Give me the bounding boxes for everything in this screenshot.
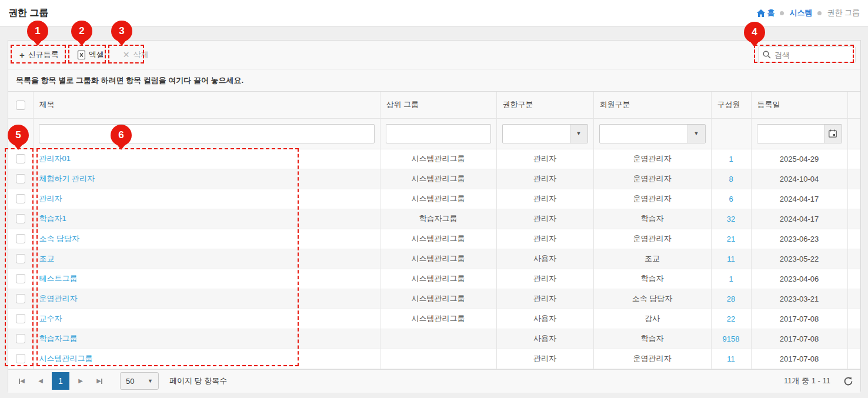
row-checkbox[interactable] [16,314,25,323]
reg-date-cell: 2025-04-29 [751,149,847,169]
breadcrumb-item-current: 권한 그룹 [827,8,860,18]
new-register-button[interactable]: + 신규등록 [13,46,65,63]
member-count-link[interactable]: 21 [727,235,735,243]
group-title-link[interactable]: 체험하기 관리자 [39,174,95,183]
perm-type-cell: 사용자 [496,329,593,349]
perm-type-cell: 관리자 [496,169,593,189]
group-title-link[interactable]: 시스템관리그룹 [39,354,93,363]
group-title-link[interactable]: 테스트그룹 [39,274,78,283]
member-type-cell: 강사 [593,309,711,329]
column-header-date[interactable]: 등록일 [751,92,847,118]
column-header-count[interactable]: 구성원 [711,92,751,118]
member-count-link[interactable]: 11 [727,255,735,263]
prev-page-button[interactable]: ◀ [33,373,48,389]
table-row: 소속 담당자 시스템관리그룹 관리자 운영관리자 21 2023-06-23 [8,229,860,249]
perm-filter-dropdown[interactable]: ▼ [502,124,588,143]
breadcrumb-item-system[interactable]: 시스템 [789,8,812,18]
member-count-link[interactable]: 32 [727,215,735,223]
row-checkbox[interactable] [16,274,25,283]
row-checkbox[interactable] [16,254,25,263]
table-row: 학습자1 학습자그룹 관리자 학습자 32 2024-04-17 [8,209,860,229]
group-title-link[interactable]: 조교 [39,254,55,263]
breadcrumb-separator-icon [780,11,784,15]
calendar-icon[interactable] [824,125,842,143]
date-filter-input[interactable] [757,125,824,143]
member-type-cell: 학습자 [593,269,711,289]
member-count-link[interactable]: 11 [727,354,735,363]
parent-group-cell: 시스템관리그룹 [380,169,496,189]
grid-toolbar: + 신규등록 엑셀 ✕ 삭제 [8,41,860,69]
group-title-link[interactable]: 소속 담당자 [39,234,80,243]
reg-date-cell: 2017-07-08 [751,329,847,349]
column-header-member[interactable]: 회원구분 [593,92,711,118]
parent-group-cell: 시스템관리그룹 [380,189,496,209]
member-type-cell: 학습자 [593,329,711,349]
group-title-link[interactable]: 교수자 [39,314,62,323]
group-title-link[interactable]: 관리자01 [39,154,71,163]
row-checkbox[interactable] [16,194,25,203]
reg-date-cell: 2024-10-04 [751,169,847,189]
perm-type-cell: 관리자 [496,149,593,169]
title-filter-input[interactable] [39,124,375,143]
breadcrumb: 홈 시스템 권한 그룹 [757,8,860,18]
excel-export-button[interactable]: 엑셀 [71,46,111,63]
delete-button[interactable]: ✕ 삭제 [116,46,155,63]
row-checkbox[interactable] [16,154,25,163]
table-row: 시스템관리그룹 관리자 운영관리자 11 2017-07-08 [8,349,860,369]
scrollbar-gutter [847,189,860,209]
breadcrumb-home-link[interactable]: 홈 [757,8,774,18]
group-title-link[interactable]: 학습자그룹 [39,334,78,343]
member-count-link[interactable]: 28 [727,295,735,303]
scrollbar-gutter [847,269,860,289]
reg-date-cell: 2017-07-08 [751,349,847,369]
permission-group-table: 제목 상위 그룹 권한구분 회원구분 구성원 등록일 ▼ [8,92,860,369]
column-header-parent[interactable]: 상위 그룹 [380,92,496,118]
member-count-link[interactable]: 22 [727,315,735,323]
perm-type-cell: 관리자 [496,209,593,229]
member-type-cell: 운영관리자 [593,169,711,189]
group-title-link[interactable]: 관리자 [39,194,62,203]
caret-down-icon: ▼ [570,125,587,143]
row-checkbox[interactable] [16,294,25,303]
table-row: 체험하기 관리자 시스템관리그룹 관리자 운영관리자 8 2024-10-04 [8,169,860,189]
column-header-perm[interactable]: 권한구분 [496,92,593,118]
row-checkbox[interactable] [16,174,25,183]
parent-group-filter-input[interactable] [386,124,491,143]
table-body: 관리자01 시스템관리그룹 관리자 운영관리자 1 2025-04-29 체험하… [8,149,860,369]
parent-group-cell: 시스템관리그룹 [380,309,496,329]
page-1-button[interactable]: 1 [52,372,69,390]
group-title-link[interactable]: 학습자1 [39,214,66,223]
scrollbar-gutter [847,249,860,269]
search-input[interactable] [774,51,851,59]
perm-type-cell: 사용자 [496,309,593,329]
search-box [758,46,856,63]
scrollbar-gutter [847,92,860,118]
excel-file-icon [78,51,85,59]
row-checkbox[interactable] [16,214,25,223]
group-by-drop-area[interactable]: 목록을 항목 별로 그룹화 하려면 항목 컬럼을 여기다 끌어 놓으세요. [8,69,860,92]
next-page-button[interactable]: ▶ [73,373,88,389]
row-checkbox[interactable] [16,334,25,343]
reg-date-cell: 2024-04-17 [751,189,847,209]
perm-type-cell: 관리자 [496,269,593,289]
row-checkbox[interactable] [16,234,25,243]
refresh-button[interactable] [842,375,854,387]
member-count-link[interactable]: 1 [729,275,733,283]
group-title-link[interactable]: 운영관리자 [39,294,78,303]
table-row: 관리자01 시스템관리그룹 관리자 운영관리자 1 2025-04-29 [8,149,860,169]
reg-date-cell: 2024-04-17 [751,209,847,229]
row-checkbox[interactable] [16,354,25,363]
member-count-link[interactable]: 1 [729,155,733,163]
member-filter-dropdown[interactable]: ▼ [599,124,706,143]
column-header-title[interactable]: 제목 [33,92,380,118]
select-all-checkbox[interactable] [16,101,25,110]
first-page-button[interactable]: ◀ [14,373,29,389]
page-size-dropdown[interactable]: 50 ▼ [120,372,159,390]
member-type-cell: 운영관리자 [593,229,711,249]
last-page-button[interactable]: ▶ [92,373,107,389]
member-type-cell: 조교 [593,249,711,269]
member-count-link[interactable]: 9158 [723,335,740,343]
pager: ◀ ◀ 1 ▶ ▶ 50 ▼ 페이지 당 항목수 11개 중 1 - 11 [8,369,860,393]
member-count-link[interactable]: 8 [729,175,733,183]
member-count-link[interactable]: 6 [729,195,733,203]
